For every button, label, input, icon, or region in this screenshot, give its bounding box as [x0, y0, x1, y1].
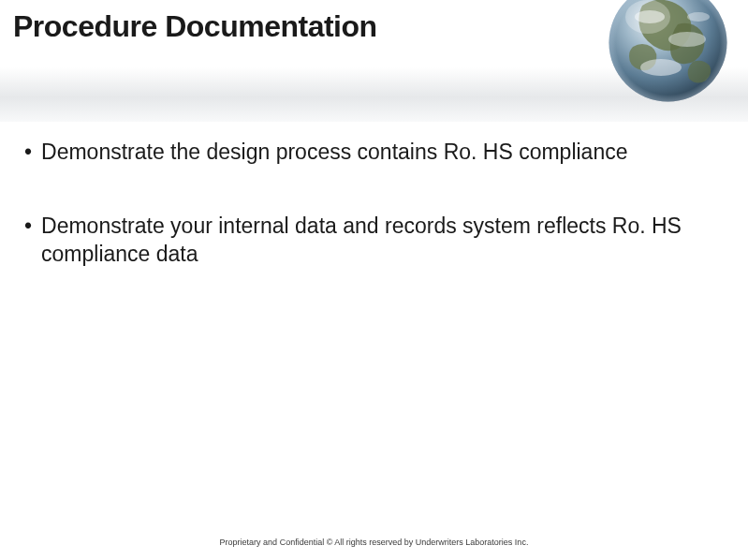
- slide: Procedure Documentation: [0, 0, 748, 560]
- bullet-list: • Demonstrate the design process contain…: [21, 139, 711, 315]
- earth-globe-svg: [605, 0, 731, 106]
- bullet-text: Demonstrate your internal data and recor…: [41, 213, 711, 268]
- list-item: • Demonstrate the design process contain…: [21, 139, 711, 166]
- bullet-text: Demonstrate the design process contains …: [41, 139, 711, 166]
- bullet-icon: •: [24, 213, 32, 240]
- globe-icon: [605, 0, 731, 106]
- slide-title: Procedure Documentation: [13, 9, 377, 44]
- bullet-icon: •: [24, 139, 32, 166]
- list-item: • Demonstrate your internal data and rec…: [21, 213, 711, 268]
- svg-point-6: [625, 0, 670, 34]
- footer-text: Proprietary and Confidential © All right…: [0, 538, 748, 547]
